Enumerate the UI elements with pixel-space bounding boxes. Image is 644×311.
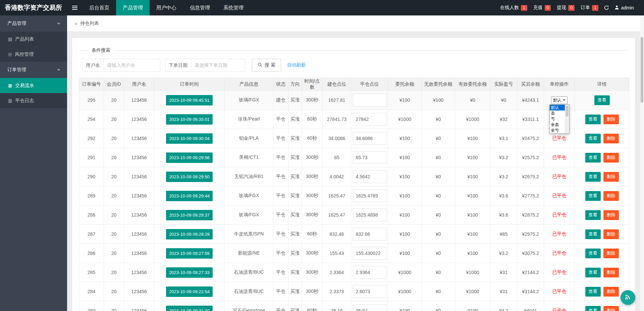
delete-button[interactable]: 删除 <box>603 287 619 297</box>
dropdown-option[interactable]: 全盈 <box>550 122 565 128</box>
close-point-input[interactable] <box>353 113 386 126</box>
dropdown-scrollbar[interactable] <box>565 105 569 133</box>
stat-label: 提现 <box>557 5 566 11</box>
invalid-entrust-cell: ¥0 <box>422 186 455 206</box>
delete-button[interactable]: 删除 <box>603 268 619 277</box>
topbar-stat[interactable]: 提现0 <box>557 5 575 11</box>
column-header: 无效委托余额 <box>422 78 455 91</box>
view-button[interactable]: 查看 <box>594 95 610 105</box>
close-point-input[interactable] <box>353 266 386 279</box>
delete-button[interactable]: 删除 <box>603 191 619 201</box>
dropdown-option[interactable]: 亏 <box>550 116 565 122</box>
view-button[interactable]: 查看 <box>585 249 601 258</box>
close-point-input[interactable] <box>353 228 386 240</box>
sidebar-group[interactable]: 订单管理 <box>0 62 67 78</box>
page-scrollbar[interactable] <box>640 15 644 311</box>
entrust-balance-cell: ¥100 <box>388 186 422 206</box>
view-button[interactable]: 查看 <box>585 306 601 311</box>
close-point-input[interactable] <box>353 170 386 183</box>
sidebar-item[interactable]: ▦交易流水 <box>0 78 67 93</box>
product-cell: 新能源/NE <box>225 244 273 263</box>
close-point-cell <box>351 263 388 282</box>
sidebar-group-label: 订单管理 <box>7 67 26 73</box>
delete-button[interactable]: 删除 <box>603 229 619 239</box>
sidebar-item[interactable]: ◎风控管理 <box>0 47 67 62</box>
control-select[interactable]: 默认 <box>551 96 568 104</box>
status-cell: 平仓 <box>273 186 288 206</box>
close-point-input[interactable] <box>353 132 386 145</box>
order-no-cell: 295 <box>79 91 104 110</box>
close-point-input[interactable] <box>353 151 386 164</box>
search-legend: 条件搜索 <box>88 47 114 53</box>
page-title: 持仓列表 <box>80 20 99 27</box>
breadcrumb: » 持仓列表 <box>67 15 644 31</box>
member-id-cell: 20 <box>104 91 124 110</box>
dropdown-option[interactable]: 盈 <box>550 110 565 116</box>
view-button[interactable]: 查看 <box>585 134 601 143</box>
order-no-cell: 292 <box>79 129 104 148</box>
topbar-stat[interactable]: 在线人数1 <box>500 5 527 11</box>
close-point-cell <box>351 206 388 225</box>
open-point-cell: 27841.73 <box>323 110 351 129</box>
close-point-input[interactable] <box>353 285 386 298</box>
valid-entrust-cell: ¥100 <box>455 206 490 225</box>
view-button[interactable]: 查看 <box>585 115 601 124</box>
close-point-input[interactable] <box>353 247 386 260</box>
sidebar-item[interactable]: ▥平仓日志 <box>0 93 67 108</box>
user-menu[interactable]: admin <box>614 5 634 11</box>
view-button[interactable]: 查看 <box>585 191 601 201</box>
open-point-cell: 1625.47 <box>323 206 351 225</box>
profit-cell: ¥31 <box>490 263 517 282</box>
close-point-input[interactable] <box>353 189 386 202</box>
open-point-cell: 1627.81 <box>323 91 351 110</box>
top-nav-item[interactable]: 系统管理 <box>217 0 250 15</box>
order-time-cell: 2023-10-09 09:30:04 <box>154 129 225 148</box>
close-point-input[interactable] <box>353 304 386 311</box>
control-cell: 已平仓 <box>544 282 575 301</box>
view-button[interactable]: 查看 <box>585 229 601 239</box>
delete-button[interactable]: 删除 <box>603 306 619 311</box>
order-date-label: 下单日期 <box>165 59 191 72</box>
view-button[interactable]: 查看 <box>585 210 601 220</box>
username-input[interactable] <box>103 59 160 72</box>
topbar-stat[interactable]: 订单1 <box>581 5 598 11</box>
delete-button[interactable]: 删除 <box>603 115 619 124</box>
delete-button[interactable]: 删除 <box>603 172 619 182</box>
profit-cell: ¥0 <box>490 91 517 110</box>
close-point-input[interactable] <box>353 209 386 221</box>
member-id-cell: 20 <box>104 167 124 186</box>
top-nav-item[interactable]: 产品管理 <box>116 0 150 15</box>
delete-button[interactable]: 删除 <box>603 210 619 220</box>
order-date-input[interactable] <box>191 59 245 72</box>
delete-button[interactable]: 删除 <box>603 134 619 143</box>
sound-notification-button[interactable] <box>621 290 635 305</box>
view-button[interactable]: 查看 <box>585 172 601 182</box>
menu-toggle-icon[interactable] <box>67 0 83 15</box>
top-nav-item[interactable]: 后台首页 <box>83 0 116 15</box>
delete-button[interactable]: 删除 <box>603 249 619 258</box>
view-button[interactable]: 查看 <box>585 153 601 163</box>
top-nav-item[interactable]: 用户中心 <box>150 0 183 15</box>
refresh-icon[interactable] <box>604 5 609 10</box>
direction-cell: 买涨 <box>288 129 302 148</box>
profit-cell: ¥31 <box>490 282 517 301</box>
top-nav-item[interactable]: 信息管理 <box>183 0 217 15</box>
stat-badge: 1 <box>521 5 527 11</box>
duration-cell: 300秒 <box>302 282 323 301</box>
view-button[interactable]: 查看 <box>585 268 601 277</box>
auto-refresh-link[interactable]: 自动刷新 <box>287 62 306 68</box>
scrollbar-thumb[interactable] <box>641 37 643 103</box>
search-button[interactable]: 搜 索 <box>252 59 281 72</box>
view-button[interactable]: 查看 <box>585 287 601 297</box>
topbar-stat[interactable]: 充值0 <box>533 5 551 11</box>
sidebar-item[interactable]: ▤产品列表 <box>0 32 67 47</box>
duration-cell: 300秒 <box>302 206 323 225</box>
dropdown-option[interactable]: 默认 <box>550 105 565 110</box>
closed-status-text: 已平仓 <box>552 174 567 179</box>
close-point-input[interactable] <box>353 94 386 106</box>
detail-cell: 查看删除 <box>575 148 629 167</box>
sidebar-group[interactable]: 产品管理 <box>0 15 67 32</box>
dropdown-option[interactable]: 全亏 <box>550 128 565 133</box>
sidebar: 产品管理▤产品列表◎风控管理订单管理▦交易流水▥平仓日志 <box>0 15 67 311</box>
delete-button[interactable]: 删除 <box>603 153 619 163</box>
